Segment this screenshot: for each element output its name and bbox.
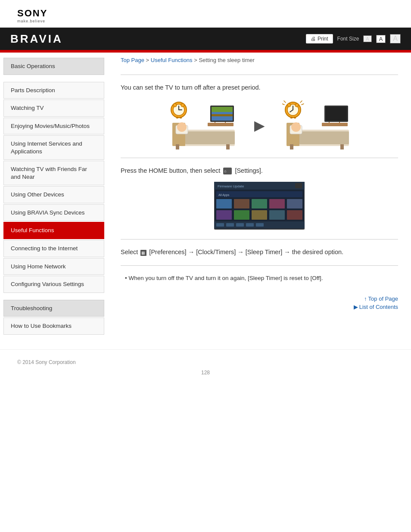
sidebar-item-configuring-settings[interactable]: Configuring Various Settings (3, 276, 104, 293)
page-bottom: © 2014 Sony Corporation 128 (0, 349, 411, 384)
breadcrumb-separator2: > (194, 57, 199, 63)
sidebar-item-connecting-internet[interactable]: Connecting to the Internet (3, 240, 104, 257)
before-scene (168, 100, 237, 150)
svg-rect-12 (212, 107, 233, 112)
step3-text: Select ▦ [Preferences] → [Clock/Timers] … (121, 247, 398, 257)
sidebar-item-parts-description[interactable]: Parts Description (3, 82, 104, 99)
sidebar-item-watching-friends[interactable]: Watching TV with Friends Far and Near (3, 161, 104, 185)
svg-point-39 (295, 103, 299, 107)
svg-rect-53 (234, 199, 249, 208)
up-arrow-icon: ↑ (364, 296, 367, 302)
breadcrumb-top-page[interactable]: Top Page (121, 57, 144, 63)
sidebar-item-basic-operations[interactable]: Basic Operations (3, 58, 104, 75)
font-size-mid-button[interactable]: A (376, 35, 386, 43)
top-bar: BRAVIA 🖨 Print Font Size A A A (0, 28, 411, 50)
svg-rect-59 (252, 210, 267, 220)
settings-screenshot-svg: Firmware Update All Apps (214, 182, 305, 231)
list-of-contents-label: List of Contents (359, 304, 398, 310)
breadcrumb-separator1: > (146, 57, 151, 63)
svg-rect-55 (269, 199, 285, 208)
sidebar-item-enjoying-movies[interactable]: Enjoying Movies/Music/Photos (3, 118, 104, 135)
svg-rect-49 (295, 183, 302, 188)
intro-text: You can set the TV to turn off after a p… (121, 83, 398, 93)
svg-rect-6 (226, 144, 230, 149)
step2-text: Press the HOME button, then select ⌂ [Se… (121, 166, 398, 176)
svg-rect-56 (287, 199, 302, 208)
svg-rect-40 (290, 117, 293, 118)
svg-point-26 (291, 122, 301, 132)
font-size-small-button[interactable]: A (363, 35, 371, 42)
svg-rect-67 (256, 223, 264, 227)
svg-rect-20 (176, 117, 178, 118)
content-footer: ↑ Top of Page ▶ List of Contents (121, 296, 398, 310)
svg-rect-65 (236, 223, 244, 227)
breadcrumb-current: Setting the sleep timer (199, 57, 254, 63)
breadcrumb: Top Page > Useful Functions > Setting th… (121, 53, 398, 67)
svg-rect-60 (269, 210, 285, 220)
top-of-page-link[interactable]: ↑ Top of Page (364, 296, 398, 302)
svg-text:Firmware Update: Firmware Update (218, 184, 244, 188)
settings-icon: ⌂ (223, 168, 232, 174)
sidebar-item-internet-services[interactable]: Using Internet Services and Applications (3, 135, 104, 160)
svg-rect-21 (180, 117, 182, 118)
svg-point-38 (287, 103, 291, 107)
svg-point-4 (177, 122, 187, 132)
page-wrapper: SONY make.believe BRAVIA 🖨 Print Font Si… (0, 0, 411, 532)
note-section: • When you turn off the TV and turn it o… (121, 274, 398, 283)
list-of-contents-link[interactable]: ▶ List of Contents (354, 304, 398, 310)
svg-rect-41 (294, 117, 296, 118)
sidebar-item-home-network[interactable]: Using Home Network (3, 258, 104, 275)
divider-1 (121, 75, 398, 75)
sleep-timer-illustration: ▶ (121, 100, 398, 150)
after-scene (282, 100, 351, 150)
svg-rect-54 (252, 199, 267, 208)
sidebar: Basic Operations Parts Description Watch… (0, 53, 108, 341)
right-arrow-icon: ▶ (354, 304, 358, 310)
arrow-icon: ▶ (254, 117, 265, 134)
sidebar-item-watching-tv[interactable]: Watching TV (3, 100, 104, 117)
svg-point-19 (181, 103, 184, 107)
svg-rect-61 (287, 210, 302, 220)
before-scene-svg (168, 100, 237, 150)
svg-rect-63 (216, 223, 224, 227)
sidebar-group-main: Basic Operations Parts Description Watch… (0, 58, 108, 335)
step2-text-after: [Settings]. (235, 167, 262, 174)
svg-rect-27 (290, 144, 293, 149)
svg-rect-66 (246, 223, 254, 227)
sony-logo-text: SONY (17, 8, 394, 19)
toolbar-right: 🖨 Print Font Size A A A (306, 34, 401, 44)
svg-rect-13 (212, 114, 233, 116)
sidebar-item-bravia-sync[interactable]: Using BRAVIA Sync Devices (3, 204, 104, 221)
svg-rect-58 (234, 210, 249, 220)
svg-line-45 (302, 104, 304, 105)
breadcrumb-useful-functions[interactable]: Useful Functions (151, 57, 193, 63)
svg-rect-29 (322, 123, 348, 126)
preferences-icon: ▦ (140, 250, 146, 256)
svg-rect-57 (216, 210, 232, 220)
settings-screenshot-wrapper: Firmware Update All Apps (121, 182, 398, 231)
svg-rect-24 (299, 131, 349, 144)
sidebar-item-other-devices[interactable]: Using Other Devices (3, 186, 104, 203)
step2-text-before: Press the HOME button, then select (121, 167, 220, 174)
font-size-large-button[interactable]: A (390, 34, 401, 44)
print-button[interactable]: 🖨 Print (306, 34, 333, 44)
print-label: Print (318, 36, 328, 42)
font-size-label: Font Size (337, 36, 359, 42)
svg-point-18 (173, 103, 177, 107)
svg-line-44 (300, 101, 302, 103)
svg-rect-2 (185, 131, 235, 144)
svg-line-43 (282, 104, 284, 105)
intro-section: You can set the TV to turn off after a p… (121, 83, 398, 150)
main-layout: Basic Operations Parts Description Watch… (0, 53, 411, 341)
divider-4 (121, 265, 398, 266)
sidebar-item-useful-functions[interactable]: Useful Functions (3, 222, 104, 239)
svg-text:All Apps: All Apps (218, 193, 230, 197)
sidebar-item-troubleshooting[interactable]: Troubleshooting (3, 300, 104, 317)
svg-rect-64 (226, 223, 234, 227)
divider-3 (121, 239, 398, 240)
step2-section: Press the HOME button, then select ⌂ [Se… (121, 166, 398, 231)
step3-section: Select ▦ [Preferences] → [Clock/Timers] … (121, 247, 398, 257)
sidebar-item-how-to-use-bookmarks[interactable]: How to Use Bookmarks (3, 317, 104, 335)
svg-rect-28 (340, 144, 344, 149)
svg-line-42 (284, 101, 286, 103)
